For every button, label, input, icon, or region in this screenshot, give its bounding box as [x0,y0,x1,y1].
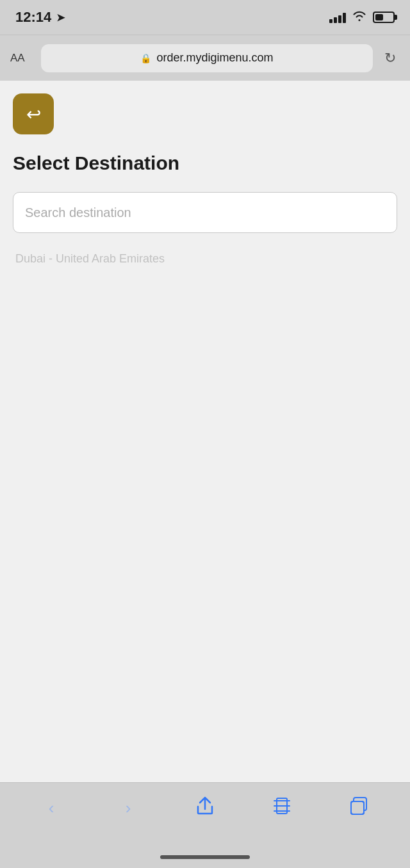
page-title: Select Destination [13,152,397,174]
lock-icon: 🔒 [140,53,151,63]
url-bar[interactable]: 🔒 order.mydigimenu.com [41,44,373,72]
home-indicator [0,846,410,868]
status-bar: 12:14 ➤ [0,0,410,35]
bottom-nav: ‹ › [0,782,410,846]
back-arrow-icon: ↩ [26,104,41,125]
main-content: ↩ Select Destination Dubai - United Arab… [0,81,410,782]
browser-back-button[interactable]: ‹ [32,792,70,824]
share-button[interactable] [186,792,224,824]
home-bar [160,855,250,859]
browser-aa-button[interactable]: AA [10,52,33,65]
status-icons [329,10,395,25]
browser-forward-button[interactable]: › [109,792,147,824]
bookmarks-icon [272,798,291,819]
tabs-button[interactable] [340,792,378,824]
browser-bar: AA 🔒 order.mydigimenu.com ↻ [0,35,410,81]
tabs-icon [350,797,368,819]
search-input[interactable] [25,205,385,220]
browser-back-icon: ‹ [49,798,54,818]
location-icon: ➤ [56,12,65,24]
time-display: 12:14 [15,9,51,26]
refresh-button[interactable]: ↻ [381,50,400,67]
back-button[interactable]: ↩ [13,93,54,134]
browser-forward-icon: › [126,798,131,818]
battery-icon [373,12,395,23]
url-text: order.mydigimenu.com [156,51,273,65]
svg-rect-2 [351,801,364,814]
bookmarks-button[interactable] [263,792,301,824]
search-container[interactable] [13,192,397,233]
destination-hint: Dubai - United Arab Emirates [13,246,397,272]
status-time: 12:14 ➤ [15,9,65,26]
signal-icon [329,12,346,23]
wifi-icon [352,10,366,25]
share-icon [197,796,213,820]
